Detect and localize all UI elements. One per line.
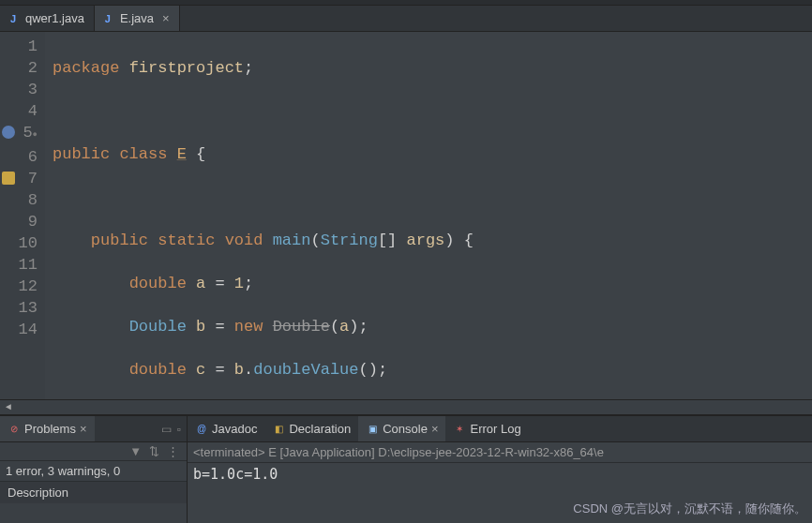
tab-label: E.java: [120, 11, 154, 25]
menu-icon[interactable]: ⋮: [167, 444, 179, 458]
console-output: b=1.0c=1.0: [188, 463, 812, 486]
editor-tabs: J qwer1.java J E.java ×: [0, 6, 812, 32]
tab-label: Error Log: [470, 422, 520, 436]
code-editor[interactable]: 1 2 3 4 5● 6 7 8 9 10 11 12 13 14 packag…: [0, 32, 812, 399]
tab-qwer1-java[interactable]: J qwer1.java: [0, 6, 95, 31]
line-number: 3: [0, 79, 38, 100]
line-number: 11: [0, 254, 38, 276]
tab-javadoc[interactable]: @ Javadoc: [188, 416, 264, 441]
filter-icon[interactable]: ▼: [129, 444, 142, 458]
tab-console[interactable]: ▣ Console ×: [358, 416, 445, 441]
line-number: 2: [0, 57, 38, 79]
line-number: 8: [0, 189, 38, 211]
tab-label: Javadoc: [212, 422, 257, 436]
bottom-tabs: ⊘ Problems × ▭ ▫ @ Javadoc ◧ Declaration…: [0, 416, 812, 442]
problems-pane: ▼ ⇅ ⋮ 1 error, 3 warnings, 0 Description: [0, 442, 188, 523]
problems-col-header[interactable]: Description: [0, 482, 187, 503]
watermark: CSDN @无言以对，沉默不语，随你随你。: [573, 501, 806, 517]
line-number: 5●: [0, 122, 38, 146]
close-icon[interactable]: ×: [80, 422, 87, 436]
bottom-panel: ⊘ Problems × ▭ ▫ @ Javadoc ◧ Declaration…: [0, 414, 812, 523]
entry-point-marker: [2, 126, 15, 139]
problems-icon: ⊘: [8, 423, 21, 436]
line-number: 1: [0, 36, 38, 57]
problems-status: 1 error, 3 warnings, 0: [0, 461, 187, 482]
tab-declaration[interactable]: ◧ Declaration: [264, 416, 358, 441]
tab-label: Console: [383, 422, 428, 436]
line-number: 9: [0, 211, 38, 232]
max-icon[interactable]: ▫: [177, 423, 181, 436]
tab-e-java[interactable]: J E.java ×: [95, 6, 180, 31]
code-area[interactable]: package firstproject; public class E { p…: [45, 32, 812, 399]
line-number: 4: [0, 100, 38, 122]
gutter: 1 2 3 4 5● 6 7 8 9 10 11 12 13 14: [0, 32, 45, 399]
line-number: 6: [0, 146, 38, 168]
console-pane: <terminated> E [Java Application] D:\ecl…: [188, 442, 812, 523]
warning-marker: [2, 172, 15, 185]
min-icon[interactable]: ▭: [161, 423, 172, 436]
javadoc-icon: @: [195, 423, 208, 436]
close-icon[interactable]: ×: [431, 422, 439, 436]
line-number: 10: [0, 232, 38, 254]
horizontal-scrollbar[interactable]: ◄: [0, 399, 812, 414]
tab-label: Problems: [24, 422, 76, 436]
line-number: 14: [0, 319, 38, 340]
tab-label: qwer1.java: [25, 11, 84, 25]
tab-problems[interactable]: ⊘ Problems ×: [0, 416, 95, 441]
declaration-icon: ◧: [272, 423, 285, 436]
tab-label: Declaration: [289, 422, 351, 436]
line-number: 7: [0, 168, 38, 189]
console-icon: ▣: [366, 423, 379, 436]
line-number: 13: [0, 297, 38, 319]
scroll-left-icon[interactable]: ◄: [0, 402, 17, 412]
tab-errorlog[interactable]: ✶ Error Log: [445, 416, 528, 441]
focus-icon[interactable]: ⇅: [149, 444, 159, 458]
console-title: <terminated> E [Java Application] D:\ecl…: [188, 442, 812, 463]
java-file-icon: J: [6, 11, 21, 26]
errorlog-icon: ✶: [453, 423, 466, 436]
java-file-icon: J: [100, 11, 115, 26]
line-number: 12: [0, 276, 38, 297]
close-icon[interactable]: ×: [162, 11, 170, 25]
